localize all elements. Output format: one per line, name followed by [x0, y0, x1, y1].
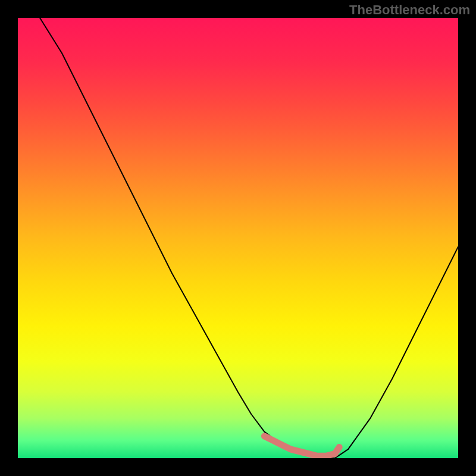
plot-area: [18, 18, 458, 458]
chart-curves: [18, 18, 458, 458]
series-optimal-zone: [264, 436, 339, 456]
watermark-text: TheBottleneck.com: [349, 2, 470, 18]
series-bottleneck-curve: [40, 18, 458, 458]
